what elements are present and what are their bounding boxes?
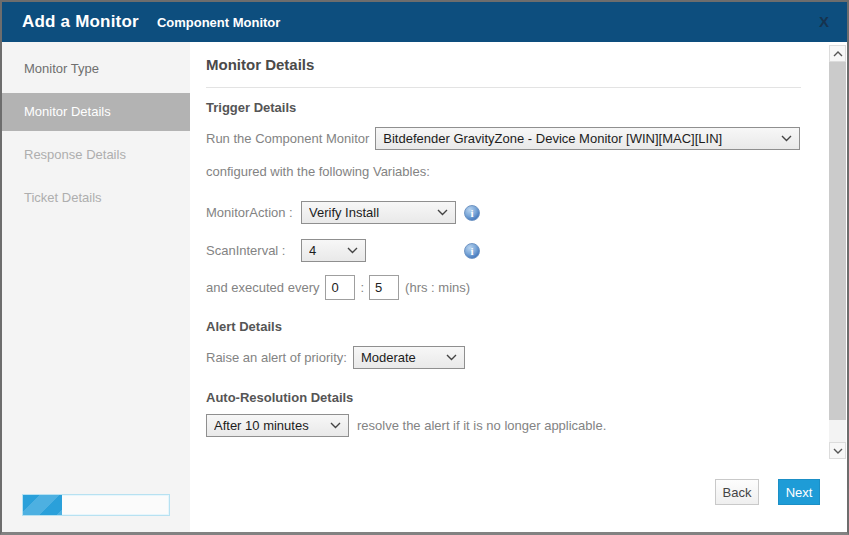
chevron-down-icon <box>781 135 792 142</box>
trigger-details-heading: Trigger Details <box>206 100 801 115</box>
hours-input[interactable] <box>325 275 355 300</box>
alert-priority-value: Moderate <box>361 350 440 365</box>
sidebar-item-response-details[interactable]: Response Details <box>2 136 190 174</box>
auto-resolve-value: After 10 minutes <box>214 418 324 433</box>
vertical-scrollbar[interactable] <box>829 45 846 459</box>
scan-interval-label: ScanInterval : <box>206 243 301 258</box>
page-title: Monitor Details <box>206 56 801 88</box>
wizard-footer: Back Next <box>715 479 820 505</box>
back-button[interactable]: Back <box>715 479 759 505</box>
run-component-monitor-label: Run the Component Monitor <box>206 131 369 146</box>
close-icon[interactable]: X <box>817 13 831 31</box>
info-icon[interactable]: i <box>464 243 480 259</box>
add-monitor-dialog: Add a Monitor Component Monitor X Monito… <box>0 0 849 535</box>
component-monitor-select[interactable]: Bitdefender GravityZone - Device Monitor… <box>375 127 800 150</box>
configured-variables-label: configured with the following Variables: <box>206 164 430 179</box>
dialog-title: Add a Monitor <box>22 12 139 32</box>
scan-interval-select[interactable]: 4 <box>301 239 366 262</box>
component-monitor-value: Bitdefender GravityZone - Device Monitor… <box>383 131 775 146</box>
hrs-mins-label: (hrs : mins) <box>405 280 470 295</box>
alert-priority-label: Raise an alert of priority: <box>206 350 347 365</box>
scrollbar-thumb[interactable] <box>829 62 846 420</box>
dialog-body: Monitor Type Monitor Details Response De… <box>2 42 847 532</box>
wizard-progress-bar <box>22 494 170 516</box>
auto-resolution-heading: Auto-Resolution Details <box>206 390 801 405</box>
chevron-down-icon <box>330 422 341 429</box>
chevron-down-icon <box>446 354 457 361</box>
monitor-action-value: Verify Install <box>309 205 431 220</box>
progress-fill <box>23 495 62 515</box>
chevron-down-icon <box>347 247 358 254</box>
executed-every-label: and executed every <box>206 280 319 295</box>
sidebar-item-monitor-type[interactable]: Monitor Type <box>2 50 190 88</box>
scan-interval-value: 4 <box>309 243 341 258</box>
alert-details-heading: Alert Details <box>206 319 801 334</box>
dialog-subtitle: Component Monitor <box>157 15 280 30</box>
auto-resolve-select[interactable]: After 10 minutes <box>206 414 349 437</box>
alert-priority-select[interactable]: Moderate <box>353 346 465 369</box>
sidebar-item-ticket-details[interactable]: Ticket Details <box>2 179 190 217</box>
chevron-up-icon <box>833 51 843 57</box>
info-icon[interactable]: i <box>464 205 480 221</box>
chevron-down-icon <box>833 448 843 454</box>
minutes-input[interactable] <box>369 275 399 300</box>
scroll-up-button[interactable] <box>829 45 846 62</box>
monitor-action-select[interactable]: Verify Install <box>301 201 456 224</box>
wizard-steps-sidebar: Monitor Type Monitor Details Response De… <box>2 42 190 532</box>
scroll-down-button[interactable] <box>829 442 846 459</box>
monitor-details-form: Monitor Details Trigger Details Run the … <box>190 42 847 437</box>
monitor-action-label: MonitorAction : <box>206 205 301 220</box>
colon-separator: : <box>360 280 364 295</box>
next-button[interactable]: Next <box>778 479 820 505</box>
resolve-alert-label: resolve the alert if it is no longer app… <box>357 418 606 433</box>
main-panel: Monitor Details Trigger Details Run the … <box>190 42 847 532</box>
chevron-down-icon <box>437 209 448 216</box>
sidebar-item-monitor-details[interactable]: Monitor Details <box>2 93 190 131</box>
dialog-header: Add a Monitor Component Monitor X <box>2 2 847 42</box>
